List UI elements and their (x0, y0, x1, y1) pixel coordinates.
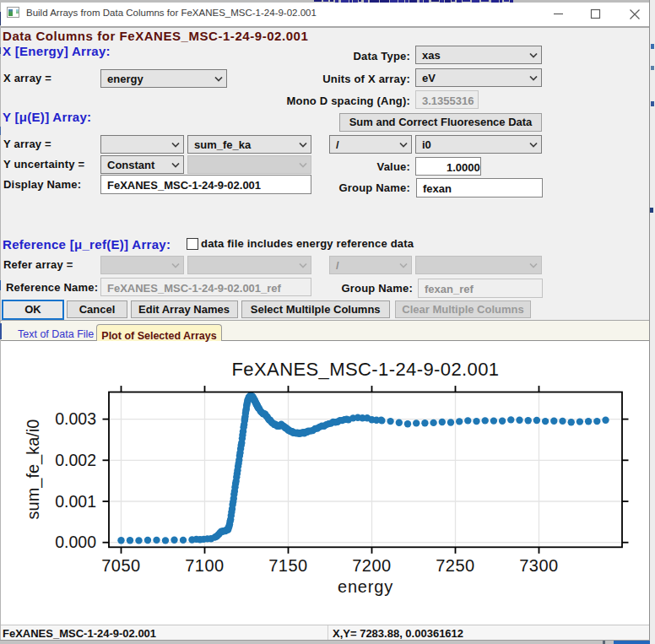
svg-text:7250: 7250 (436, 556, 475, 575)
svg-text:energy: energy (338, 577, 393, 596)
svg-text:7100: 7100 (185, 556, 225, 575)
svg-text:FeXANES_MSC-1-24-9-02.001: FeXANES_MSC-1-24-9-02.001 (232, 359, 500, 380)
svg-text:0.002: 0.002 (55, 451, 96, 469)
svg-text:7050: 7050 (101, 556, 141, 575)
svg-text:0.001: 0.001 (55, 492, 96, 511)
svg-text:7300: 7300 (519, 556, 559, 575)
svg-text:sum_fe_ka/i0: sum_fe_ka/i0 (24, 419, 43, 520)
svg-text:0.003: 0.003 (55, 409, 96, 428)
svg-text:7150: 7150 (268, 556, 308, 575)
svg-text:0.000: 0.000 (55, 533, 96, 551)
svg-text:7200: 7200 (352, 556, 392, 575)
